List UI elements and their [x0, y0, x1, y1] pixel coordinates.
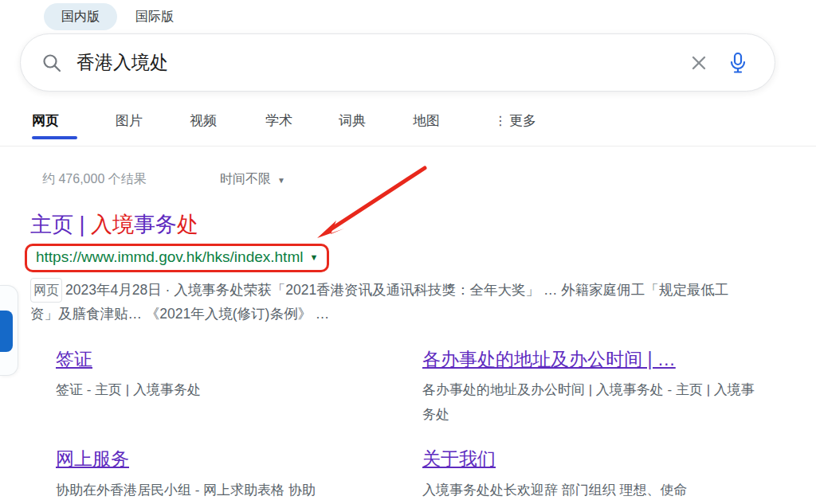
result-title-highlight: 入境	[91, 213, 134, 236]
result-title-highlight: 处	[177, 213, 198, 236]
time-filter-dropdown[interactable]: 时间不限▼	[220, 171, 285, 188]
result-description: 网页2023年4月28日 · 入境事务处荣获「2021香港资讯及通讯科技獎：全年…	[30, 278, 754, 326]
deep-link-offices[interactable]: 各办事处的地址及办公时间 | …	[422, 347, 676, 372]
tab-international-version[interactable]: 国际版	[135, 3, 174, 30]
search-bar	[20, 33, 775, 92]
search-results-page: 国内版 国际版 网页 图片 视频 学术 词典 地图 ⋮更多	[0, 0, 816, 504]
deep-link-visas[interactable]: 签证	[56, 347, 92, 372]
results-count: 约 476,000 个结果	[42, 171, 147, 188]
deep-link-online-services[interactable]: 网上服务	[56, 447, 129, 471]
active-tab-underline	[32, 136, 77, 139]
tab-images[interactable]: 图片	[116, 111, 143, 130]
result-url[interactable]: https://www.immd.gov.hk/hks/index.html	[36, 248, 303, 266]
chevron-down-icon: ▼	[277, 176, 285, 185]
microphone-icon[interactable]	[728, 52, 747, 74]
result-title-link[interactable]: 主页 | 入境事务处	[30, 210, 198, 239]
side-widget-button[interactable]	[0, 311, 13, 352]
deep-link-offices-desc: 各办事处的地址及办公时间 | 入境事务处 - 主页 | 入境事务处	[422, 377, 757, 427]
deep-link-visas-desc: 签证 - 主页 | 入境事务处	[56, 377, 390, 402]
tab-more[interactable]: ⋮更多	[494, 111, 536, 130]
annotation-arrow	[309, 158, 441, 247]
web-badge: 网页	[30, 278, 62, 303]
url-annotation-box: https://www.immd.gov.hk/hks/index.html ▼	[25, 244, 329, 272]
nav-divider	[0, 146, 816, 147]
floating-side-widget	[0, 285, 18, 376]
vertical-ellipsis-icon: ⋮	[494, 114, 506, 127]
deep-link-about-us-desc: 入境事务处处长欢迎辞 部门组织 理想、使命	[422, 478, 765, 502]
tab-dictionary[interactable]: 词典	[339, 111, 366, 130]
clear-search-icon[interactable]	[690, 54, 708, 72]
result-description-text: 2023年4月28日 · 入境事务处荣获「2021香港资讯及通讯科技獎：全年大奖…	[30, 282, 728, 322]
tab-domestic-version[interactable]: 国内版	[44, 3, 117, 30]
result-title-part: 事务	[134, 213, 177, 236]
tab-web[interactable]: 网页	[32, 111, 59, 130]
search-icon	[41, 53, 62, 73]
tab-more-label: 更多	[509, 113, 536, 128]
time-filter-label: 时间不限	[220, 172, 271, 186]
tab-academic[interactable]: 学术	[265, 111, 292, 130]
tab-maps[interactable]: 地图	[413, 111, 440, 130]
url-dropdown-icon[interactable]: ▼	[309, 252, 318, 262]
tab-videos[interactable]: 视频	[190, 111, 217, 130]
search-input[interactable]	[76, 52, 690, 73]
deep-link-online-services-desc: 协助在外香港居民小组 - 网上求助表格 协助	[56, 478, 398, 502]
result-title-part: 主页 |	[30, 213, 91, 236]
deep-link-about-us[interactable]: 关于我们	[422, 447, 496, 471]
